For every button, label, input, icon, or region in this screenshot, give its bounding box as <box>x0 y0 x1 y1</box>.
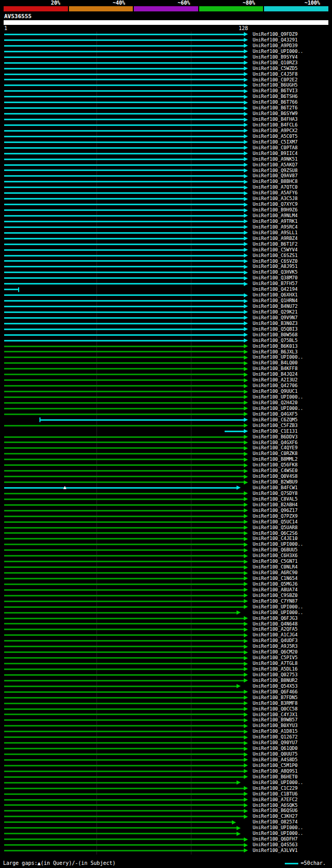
hit-bar[interactable] <box>4 527 244 529</box>
hit-label[interactable]: UniRef100_Q5UC14 <box>253 519 298 525</box>
hit-label[interactable]: UniRef100_Q0CC58 <box>253 706 298 712</box>
hit-label[interactable]: UniRef100_C0P2E2 <box>253 77 298 83</box>
hit-bar[interactable] <box>4 742 244 744</box>
hit-bar[interactable] <box>4 521 244 523</box>
hit-row[interactable]: UniRef100_Q4S563 <box>0 842 332 848</box>
hit-bar[interactable] <box>4 804 244 806</box>
hit-row[interactable]: UniRef100_B7FDN5 <box>0 695 332 701</box>
hit-row[interactable]: UniRef100_A9TRK1 <box>0 219 332 224</box>
hit-bar[interactable] <box>4 175 244 177</box>
hit-row[interactable]: UniRef100_B0W568 <box>0 332 332 338</box>
hit-label[interactable]: UniRef100_Q5MGJ6 <box>253 581 298 587</box>
hit-label[interactable]: UniRef100_UPI000.. <box>253 831 303 836</box>
hit-label[interactable]: UniRef100_Q56FK8 <box>253 462 298 468</box>
hit-bar[interactable] <box>4 90 244 92</box>
hit-bar[interactable] <box>40 419 244 421</box>
hit-bar[interactable] <box>4 606 244 608</box>
hit-label[interactable]: UniRef100_C6ZQM5 <box>253 417 298 423</box>
hit-row[interactable]: UniRef100_Q6FJG3 <box>0 616 332 621</box>
hit-bar[interactable] <box>4 130 244 132</box>
hit-row[interactable]: UniRef100_B2ABH4 <box>0 502 332 508</box>
hit-label[interactable]: UniRef100_A8Q9S1 <box>253 769 298 774</box>
hit-label[interactable]: UniRef100_A7EFC2 <box>253 797 298 803</box>
hit-bar[interactable] <box>4 198 244 200</box>
hit-bar[interactable] <box>4 827 237 829</box>
hit-row[interactable]: UniRef100_Q75BL5 <box>0 338 332 344</box>
hit-bar[interactable] <box>4 459 244 460</box>
hit-label[interactable]: UniRef100_Q4S563 <box>253 842 298 848</box>
hit-row[interactable]: UniRef100_C4WSE0 <box>0 468 332 474</box>
hit-bar[interactable] <box>4 487 237 489</box>
hit-label[interactable]: UniRef100_A9SLL1 <box>253 230 298 236</box>
hit-bar[interactable] <box>4 249 244 251</box>
hit-label[interactable]: UniRef100_Q6DFH7 <box>253 836 298 842</box>
hit-bar[interactable] <box>4 810 244 812</box>
hit-label[interactable]: UniRef100_Q4GXF5 <box>253 411 298 417</box>
hit-bar[interactable] <box>4 136 244 137</box>
hit-bar[interactable] <box>4 294 244 296</box>
hit-label[interactable]: UniRef100_A5C0T5 <box>253 134 298 139</box>
hit-label[interactable]: UniRef100_C1BTU6 <box>253 791 298 797</box>
hit-label[interactable]: UniRef100_C6SZS1 <box>253 253 298 259</box>
hit-bar[interactable] <box>4 464 244 466</box>
hit-label[interactable]: UniRef100_A9SRC4 <box>253 224 298 230</box>
hit-row[interactable]: UniRef100_Q9FDZ9 <box>0 32 332 37</box>
hit-label[interactable]: UniRef100_Q9ZSU8 <box>253 168 298 174</box>
hit-row[interactable]: UniRef100_Q9ZSU8 <box>0 168 332 174</box>
hit-bar[interactable] <box>4 566 244 568</box>
hit-row[interactable]: UniRef100_Q1HRN4 <box>0 298 332 304</box>
hit-label[interactable]: UniRef100_UPI000.. <box>253 780 303 786</box>
hit-row[interactable]: UniRef100_B6T766 <box>0 99 332 105</box>
hit-label[interactable]: UniRef100_A8J951 <box>253 264 298 269</box>
hit-label[interactable]: UniRef100_Q9AV87 <box>253 173 298 179</box>
hit-row[interactable]: UniRef100_C5WZD5 <box>0 66 332 72</box>
hit-row[interactable]: UniRef100_B9WB57 <box>0 717 332 723</box>
hit-bar[interactable] <box>4 816 244 817</box>
hit-label[interactable]: UniRef100_A6SQK5 <box>253 803 298 808</box>
hit-row[interactable]: UniRef100_B7FH57 <box>0 281 332 287</box>
hit-row[interactable]: UniRef100_Q7SDY8 <box>0 491 332 496</box>
hit-row[interactable]: UniRef100_Q0UU75 <box>0 751 332 757</box>
hit-label[interactable]: UniRef100_A9NK51 <box>253 156 298 162</box>
hit-label[interactable]: UniRef100_A9PCX2 <box>253 128 298 134</box>
hit-row[interactable]: UniRef100_Q54X53 <box>0 684 332 689</box>
hit-row[interactable]: UniRef100_Q9V9N7 <box>0 315 332 321</box>
hit-label[interactable]: UniRef100_A9TRK1 <box>253 219 298 224</box>
hit-label[interactable]: UniRef100_Q96Z17 <box>253 508 298 514</box>
hit-label[interactable]: UniRef100_B6QSU6 <box>253 808 298 814</box>
hit-row[interactable]: UniRef100_B6SYW9 <box>0 111 332 117</box>
hit-row[interactable]: UniRef100_A8Q9S1 <box>0 769 332 774</box>
hit-row[interactable]: UniRef100_C5PIV5 <box>0 655 332 661</box>
hit-label[interactable]: UniRef100_Q6F466 <box>253 689 298 695</box>
hit-label[interactable]: UniRef100_B6T766 <box>253 99 298 105</box>
hit-label[interactable]: UniRef100_UPI000.. <box>253 542 303 547</box>
hit-bar[interactable] <box>4 493 244 494</box>
hit-label[interactable]: UniRef100_B8BHC8 <box>253 179 298 184</box>
hit-label[interactable]: UniRef100_B6HET0 <box>253 774 298 780</box>
hit-bar[interactable] <box>4 181 244 182</box>
hit-row[interactable]: UniRef100_UPI000.. <box>0 780 332 786</box>
hit-row[interactable]: UniRef100_A9NLM4 <box>0 213 332 219</box>
hit-row[interactable]: UniRef100_C0P2E2 <box>0 77 332 83</box>
hit-bar[interactable] <box>4 159 244 160</box>
hit-row[interactable]: UniRef100_Q6F466 <box>0 689 332 695</box>
hit-bar[interactable] <box>4 708 244 710</box>
hit-bar[interactable] <box>4 748 244 749</box>
hit-row[interactable]: UniRef100_A7EFC2 <box>0 797 332 803</box>
hit-bar[interactable] <box>4 402 244 404</box>
hit-label[interactable]: UniRef100_UPI000.. <box>253 49 303 54</box>
hit-row[interactable]: UniRef100_UPI000.. <box>0 610 332 616</box>
hit-label[interactable]: UniRef100_B4JQ24 <box>253 372 298 377</box>
hit-label[interactable]: UniRef100_C4WSE0 <box>253 468 298 474</box>
hit-label[interactable]: UniRef100_Q10RZ3 <box>253 60 298 66</box>
hit-row[interactable]: UniRef100_Q6CM20 <box>0 649 332 655</box>
hit-label[interactable]: UniRef100_Q5UAR8 <box>253 525 298 531</box>
hit-label[interactable]: UniRef100_C5GN71 <box>253 559 298 564</box>
hit-row[interactable]: UniRef100_B6TSH6 <box>0 94 332 99</box>
hit-row[interactable]: UniRef100_A2I3U2 <box>0 377 332 383</box>
hit-bar[interactable] <box>4 260 244 262</box>
hit-bar[interactable] <box>4 379 244 381</box>
hit-row[interactable]: UniRef100_B6HET0 <box>0 774 332 780</box>
hit-bar[interactable] <box>4 788 244 789</box>
hit-row[interactable]: UniRef100_Q42194 <box>0 287 332 292</box>
